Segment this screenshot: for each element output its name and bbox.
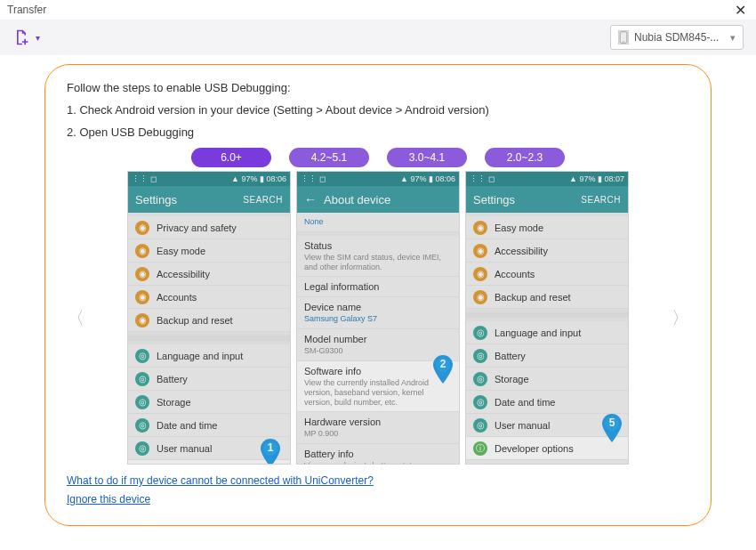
settings-row: ◉ Accessibility [128, 263, 290, 286]
settings-row-icon: ◎ [135, 372, 149, 386]
pill-version[interactable]: 4.2~5.1 [289, 148, 369, 167]
settings-row: ⓘ About device [466, 460, 628, 465]
settings-row: ◎ Storage [466, 368, 628, 391]
phone-statusbar: ⋮⋮ ◻ ▲ 97% ▮ 08:07 [466, 172, 628, 186]
settings-row-icon: ◎ [473, 372, 487, 386]
settings-row-icon: ◎ [473, 326, 487, 340]
phone-screenshot-3: ⋮⋮ ◻ ▲ 97% ▮ 08:07 Settings SEARCH ◉ Eas… [465, 171, 629, 465]
about-info-row: Legal information [297, 277, 459, 297]
settings-row: ◉ Easy mode [466, 216, 628, 239]
step-badge: 5 [601, 414, 623, 442]
settings-row-icon: ◎ [473, 395, 487, 409]
settings-row-icon: ⓘ [135, 465, 149, 465]
svg-point-1 [623, 41, 623, 42]
device-name-label: Nubia SDM845-... [634, 31, 725, 44]
window-title: Transfer [7, 4, 735, 16]
settings-row-icon: ◉ [135, 313, 149, 328]
intro-step-1: 1. Check Android version in your device … [67, 103, 689, 117]
settings-row-icon: ◉ [135, 244, 149, 258]
add-dropdown-caret-icon[interactable]: ▾ [36, 33, 40, 43]
file-add-icon [12, 28, 30, 46]
phone-icon [618, 30, 629, 44]
help-link[interactable]: What to do if my device cannot be connec… [67, 474, 374, 487]
settings-row: ◉ Easy mode [128, 239, 290, 263]
settings-row-icon: ◉ [135, 290, 149, 304]
settings-row-icon: ◎ [473, 418, 487, 433]
pill-version[interactable]: 2.0~2.3 [485, 148, 565, 167]
settings-row-icon: ⓘ [473, 465, 487, 465]
settings-row: ◎ Battery [466, 344, 628, 368]
settings-row: ◎ Date and time [466, 391, 628, 414]
settings-row-icon: ◎ [135, 349, 149, 363]
instructions-panel: Follow the steps to enable USB Debugging… [44, 64, 712, 526]
settings-row-icon: ◎ [135, 441, 149, 456]
about-info-row: Device name Samsung Galaxy S7 [297, 297, 459, 329]
settings-row: ◎ Date and time [128, 414, 290, 437]
phone-header: ← About device [297, 186, 459, 213]
settings-row-icon: ◉ [473, 244, 487, 258]
settings-row-icon: ⓘ [473, 441, 487, 456]
pill-version[interactable]: 3.0~4.1 [387, 148, 467, 167]
about-info-row: None [297, 213, 459, 232]
settings-row-icon: ◉ [473, 267, 487, 281]
toolbar: ▾ Nubia SDM845-... ▾ [0, 20, 756, 55]
about-info-row: Hardware version MP 0.900 [297, 412, 459, 444]
about-info-row: Status View the SIM card status, device … [297, 236, 459, 278]
settings-row-icon: ◎ [135, 418, 149, 433]
back-arrow-icon: ← [304, 192, 317, 206]
step-badge: 1 [260, 439, 281, 465]
ignore-device-link[interactable]: Ignore this device [67, 493, 150, 506]
settings-row: ◎ Language and input [128, 344, 290, 368]
settings-row-icon: ◎ [473, 349, 487, 363]
intro-heading: Follow the steps to enable USB Debugging… [67, 81, 689, 94]
settings-row: ◉ Accessibility [466, 239, 628, 263]
intro-step-2: 2. Open USB Debugging [67, 125, 689, 139]
phone-statusbar: ⋮⋮ ◻ ▲ 97% ▮ 08:06 [128, 172, 290, 186]
pill-version[interactable]: 6.0+ [191, 148, 271, 167]
settings-row-icon: ◎ [135, 395, 149, 409]
settings-row: ◎ Language and input [466, 321, 628, 344]
carousel-next-icon[interactable]: 〉 [672, 300, 689, 336]
chevron-down-icon: ▾ [730, 32, 736, 44]
phone-header: Settings SEARCH [466, 186, 628, 213]
add-files-button[interactable] [12, 28, 30, 46]
device-selector[interactable]: Nubia SDM845-... ▾ [610, 25, 744, 50]
settings-row: ◉ Accounts [466, 263, 628, 286]
step-badge: 2 [432, 355, 454, 384]
settings-row: ◉ Backup and reset [128, 309, 290, 332]
close-icon[interactable]: ✕ [735, 2, 749, 19]
phone-screenshot-1: ⋮⋮ ◻ ▲ 97% ▮ 08:06 Settings SEARCH ◉ Pri… [127, 171, 291, 465]
settings-row-icon: ◉ [473, 290, 487, 304]
settings-row: ◉ Privacy and safety [128, 216, 290, 239]
carousel-prev-icon[interactable]: 〈 [67, 300, 84, 336]
settings-row-icon: ◉ [473, 221, 487, 235]
phone-screenshot-2: ⋮⋮ ◻ ▲ 97% ▮ 08:06 ← About device None S… [296, 171, 460, 465]
version-pills: 6.0+ 4.2~5.1 3.0~4.1 2.0~2.3 [67, 148, 689, 167]
phone-header: Settings SEARCH [128, 186, 290, 213]
phone-statusbar: ⋮⋮ ◻ ▲ 97% ▮ 08:06 [297, 172, 459, 186]
settings-row-icon: ◉ [135, 267, 149, 281]
settings-row: ◎ Battery [128, 368, 290, 391]
settings-row: ◎ Storage [128, 391, 290, 414]
settings-row: ◉ Backup and reset [466, 286, 628, 309]
about-info-row: Battery info View your device's battery … [297, 444, 459, 465]
settings-row-icon: ◉ [135, 221, 149, 235]
settings-row: ◉ Accounts [128, 286, 290, 309]
